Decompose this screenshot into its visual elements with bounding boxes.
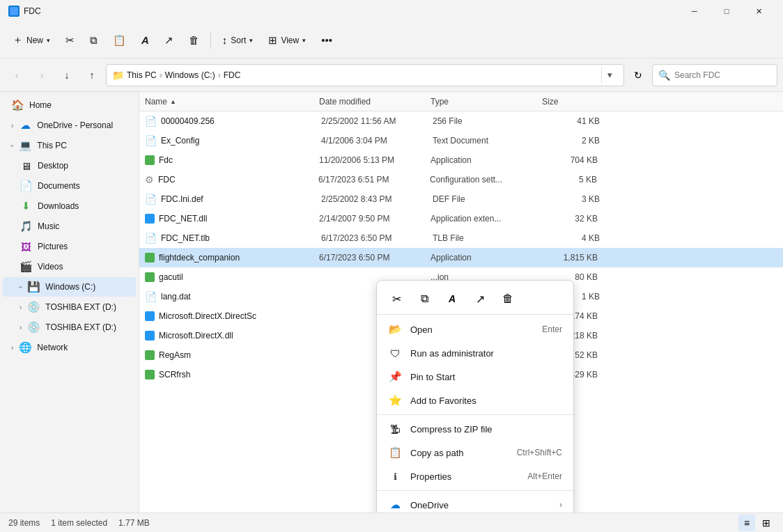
ctx-delete-button[interactable]: 🗑 — [497, 288, 519, 310]
sidebar-item-thispc[interactable]: › 💻 This PC — [3, 136, 136, 155]
file-row[interactable]: ⚙ FDC 6/17/2023 6:51 PM Configuration se… — [139, 170, 783, 189]
share-button[interactable]: ↗ — [157, 28, 180, 53]
sidebar-item-desktop[interactable]: 🖥 Desktop — [3, 156, 136, 175]
toshiba2-icon: 💿 — [27, 321, 40, 334]
window-title: FDC — [24, 6, 41, 16]
sidebar-item-downloads[interactable]: ⬇ Downloads — [3, 196, 136, 216]
cut-button[interactable]: ✂ — [59, 28, 82, 53]
sidebar-label-documents: Documents — [38, 181, 130, 191]
header-size[interactable]: Size — [542, 97, 598, 107]
view-dropdown-icon: ▾ — [302, 37, 306, 44]
header-name-sort-icon: ▲ — [170, 98, 176, 105]
search-input[interactable] — [674, 70, 771, 80]
file-date: 6/17/2023 6:51 PM — [318, 175, 430, 185]
back-button[interactable]: ‹ — [6, 64, 28, 86]
address-dropdown-button[interactable]: ▾ — [601, 67, 618, 84]
recent-locations-button[interactable]: ↓ — [56, 64, 78, 86]
ctx-item-add-favorites[interactable]: ⭐ Add to Favorites — [377, 389, 573, 412]
list-view-button[interactable]: ≡ — [738, 515, 755, 531]
address-folder-icon: 📁 — [112, 70, 124, 81]
ctx-rename-button[interactable]: A — [441, 288, 463, 310]
sidebar-item-documents[interactable]: 📄 Documents — [3, 176, 136, 196]
sidebar-label-pictures: Pictures — [38, 242, 130, 251]
address-bar[interactable]: 📁 This PC › Windows (C:) › FDC ▾ — [106, 64, 624, 86]
file-name: FDC_NET.tlb — [161, 233, 321, 243]
sidebar-label-thispc: This PC — [37, 141, 130, 150]
search-box[interactable]: 🔍 — [652, 64, 777, 86]
crumb-thispc[interactable]: This PC — [127, 70, 157, 80]
crumb-windows[interactable]: Windows (C:) — [165, 70, 215, 80]
ctx-favorites-icon: ⭐ — [388, 393, 402, 407]
sidebar-item-network[interactable]: › 🌐 Network — [3, 338, 136, 357]
ctx-item-onedrive[interactable]: ☁ OneDrive › — [377, 493, 573, 513]
sidebar-label-onedrive: OneDrive - Personal — [37, 120, 130, 130]
sidebar-label-toshiba2: TOSHIBA EXT (D:) — [45, 322, 130, 332]
close-button[interactable]: ✕ — [743, 0, 775, 22]
paste-button[interactable]: 📋 — [106, 28, 133, 53]
file-row[interactable]: FDC_NET.dll 2/14/2007 9:50 PM Applicatio… — [139, 209, 783, 228]
ctx-item-copy-path[interactable]: 📋 Copy as path Ctrl+Shift+C — [377, 441, 573, 464]
title-bar: FDC ─ □ ✕ — [0, 0, 783, 22]
toolbar: ＋ New ▾ ✂ ⧉ 📋 A ↗ 🗑 ↕ Sort ▾ ⊞ View ▾ ••… — [0, 22, 783, 58]
sidebar-item-windows-c[interactable]: › 💾 Windows (C:) — [3, 277, 136, 297]
file-name: lang.dat — [161, 292, 321, 302]
sidebar-item-videos[interactable]: 🎬 Videos — [3, 257, 136, 276]
rename-button[interactable]: A — [134, 28, 156, 53]
windowsc-expand-icon: › — [17, 285, 24, 288]
file-date: 11/20/2006 5:13 PM — [319, 155, 431, 165]
more-button[interactable]: ••• — [314, 28, 339, 53]
ctx-share-button[interactable]: ↗ — [469, 288, 491, 310]
ctx-runadmin-label: Run as administrator — [410, 348, 562, 359]
search-icon: 🔍 — [658, 70, 670, 81]
ctx-favorites-label: Add to Favorites — [410, 396, 562, 406]
ctx-copy-button[interactable]: ⧉ — [413, 288, 435, 310]
ctx-item-compress[interactable]: 🗜 Compress to ZIP file — [377, 417, 573, 441]
sidebar-item-pictures[interactable]: 🖼 Pictures — [3, 237, 136, 256]
file-icon: 📄 — [145, 291, 157, 302]
grid-view-button[interactable]: ⊞ — [758, 515, 775, 531]
file-name: FDC — [158, 175, 318, 185]
view-button[interactable]: ⊞ View ▾ — [261, 28, 313, 53]
sidebar-item-music[interactable]: 🎵 Music — [3, 217, 136, 236]
file-name: 00000409.256 — [161, 116, 321, 126]
sidebar-label-toshiba1: TOSHIBA EXT (D:) — [45, 302, 130, 312]
copy-button[interactable]: ⧉ — [83, 28, 104, 53]
ctx-item-run-admin[interactable]: 🛡 Run as administrator — [377, 341, 573, 365]
ctx-properties-shortcut: Alt+Enter — [527, 471, 562, 481]
file-row[interactable]: 📄 00000409.256 2/25/2002 11:56 AM 256 Fi… — [139, 111, 783, 131]
refresh-button[interactable]: ↻ — [627, 64, 649, 86]
file-icon — [145, 331, 155, 341]
sort-button[interactable]: ↕ Sort ▾ — [215, 28, 261, 53]
sidebar-item-toshiba2[interactable]: › 💿 TOSHIBA EXT (D:) — [3, 318, 136, 337]
sidebar-item-toshiba1[interactable]: › 💿 TOSHIBA EXT (D:) — [3, 297, 136, 317]
file-icon: 📄 — [145, 135, 157, 146]
header-type[interactable]: Type — [431, 97, 542, 107]
ctx-item-pin-start[interactable]: 📌 Pin to Start — [377, 365, 573, 389]
new-label: New — [26, 36, 43, 45]
file-icon: ⚙ — [145, 174, 154, 185]
ctx-properties-label: Properties — [410, 471, 519, 482]
sidebar-item-onedrive[interactable]: › ☁ OneDrive - Personal — [3, 116, 136, 135]
sort-dropdown-icon: ▾ — [249, 37, 253, 44]
context-toolbar: ✂ ⧉ A ↗ 🗑 — [377, 283, 573, 315]
file-row[interactable]: Fdc 11/20/2006 5:13 PM Application 704 K… — [139, 150, 783, 170]
minimize-button[interactable]: ─ — [679, 0, 711, 22]
sidebar-item-home[interactable]: 🏠 Home — [3, 95, 136, 115]
file-row[interactable]: flightdeck_companion 6/17/2023 6:50 PM A… — [139, 248, 783, 267]
view-icon: ⊞ — [268, 34, 277, 47]
file-row[interactable]: 📄 FDC.Ini.def 2/25/2002 8:43 PM DEF File… — [139, 189, 783, 209]
new-button[interactable]: ＋ New ▾ — [6, 28, 57, 53]
header-name[interactable]: Name ▲ — [145, 97, 319, 107]
up-button[interactable]: ↑ — [81, 64, 103, 86]
file-name: FDC_NET.dll — [159, 214, 319, 224]
delete-button[interactable]: 🗑 — [182, 28, 206, 53]
header-date[interactable]: Date modified — [319, 97, 431, 107]
toshiba1-expand-icon: › — [20, 304, 22, 311]
ctx-item-properties[interactable]: ℹ Properties Alt+Enter — [377, 464, 573, 488]
ctx-cut-button[interactable]: ✂ — [385, 288, 408, 310]
file-row[interactable]: 📄 FDC_NET.tlb 6/17/2023 6:50 PM TLB File… — [139, 228, 783, 248]
maximize-button[interactable]: □ — [711, 0, 743, 22]
forward-button[interactable]: › — [31, 64, 53, 86]
ctx-item-open[interactable]: 📂 Open Enter — [377, 318, 573, 341]
file-row[interactable]: 📄 Ex_Config 4/1/2006 3:04 PM Text Docume… — [139, 131, 783, 150]
